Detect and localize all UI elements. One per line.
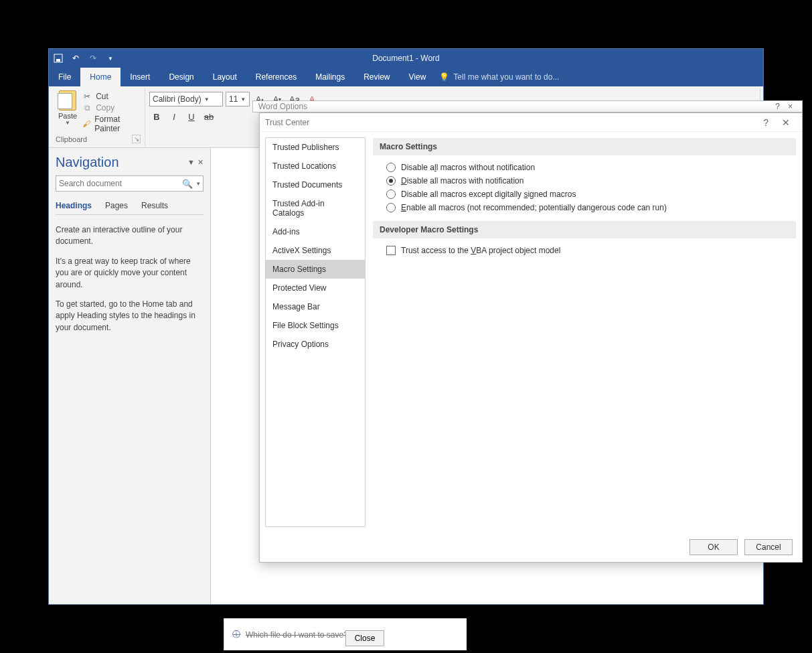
macro-option-label: Disable all macros except digitally sign… (401, 190, 576, 199)
nav-search-box[interactable]: 🔍 ▾ (56, 175, 204, 192)
radio-icon (386, 163, 396, 172)
sidebar-item-trusted-documents[interactable]: Trusted Documents (266, 175, 365, 194)
trust-center-dialog: Trust Center ? ✕ Trusted Publishers Trus… (259, 113, 803, 563)
macro-option-disable-all-without-notification[interactable]: Disable all macros without notification (373, 161, 796, 174)
lightbulb-icon: 💡 (439, 72, 449, 82)
cut-button[interactable]: ✂ Cut (82, 92, 141, 101)
ribbon-tabs: File Home Insert Design Layout Reference… (49, 68, 763, 86)
copy-label: Copy (96, 103, 114, 113)
chevron-down-icon: ▼ (204, 96, 210, 102)
copy-icon: ⧉ (82, 103, 92, 113)
dialog-close-icon[interactable]: ✕ (775, 117, 797, 128)
bold-button[interactable]: B (149, 109, 164, 124)
macro-option-enable-all[interactable]: Enable all macros (not recommended; pote… (373, 201, 796, 214)
strikethrough-button[interactable]: ab (201, 109, 216, 124)
sidebar-item-activex-settings[interactable]: ActiveX Settings (266, 241, 365, 260)
dialog-title: Trust Center (265, 118, 309, 127)
tab-review[interactable]: Review (354, 68, 399, 86)
macro-option-label: Enable all macros (not recommended; pote… (401, 203, 667, 212)
sidebar-item-message-bar[interactable]: Message Bar (266, 297, 365, 316)
macro-option-label: Disable all macros without notification (401, 163, 535, 172)
search-icon[interactable]: 🔍 (179, 179, 195, 189)
ok-button[interactable]: OK (689, 539, 738, 555)
underline-button[interactable]: U (184, 109, 199, 124)
nav-help-p3: To get started, go to the Home tab and a… (56, 299, 204, 334)
sidebar-item-trusted-locations[interactable]: Trusted Locations (266, 157, 365, 175)
tab-mailings[interactable]: Mailings (306, 68, 354, 86)
navigation-title: Navigation (56, 155, 119, 170)
tab-view[interactable]: View (400, 68, 436, 86)
italic-button[interactable]: I (167, 109, 181, 124)
tab-references[interactable]: References (246, 68, 306, 86)
font-size-combo[interactable]: 11 ▼ (226, 92, 250, 106)
clipboard-icon (59, 90, 76, 111)
trust-center-sidebar: Trusted Publishers Trusted Locations Tru… (265, 137, 366, 527)
sidebar-item-file-block-settings[interactable]: File Block Settings (266, 316, 365, 335)
macro-option-label: Disable all macros with notification (401, 176, 523, 186)
font-name-value: Calibri (Body) (153, 94, 201, 104)
sidebar-item-protected-view[interactable]: Protected View (266, 279, 365, 297)
paste-label: Paste (58, 112, 77, 120)
nav-help-p2: It's a great way to keep track of where … (56, 256, 204, 291)
word-options-help-icon[interactable]: ? (771, 102, 784, 111)
close-button[interactable]: Close (345, 630, 384, 646)
nav-close-icon[interactable]: ✕ (197, 158, 204, 167)
chevron-down-icon: ▼ (65, 120, 70, 126)
tab-design[interactable]: Design (159, 68, 203, 86)
svg-rect-1 (56, 59, 60, 62)
sidebar-item-macro-settings[interactable]: Macro Settings (266, 260, 365, 279)
font-size-value: 11 (229, 94, 238, 104)
nav-tabs: Headings Pages Results (56, 201, 204, 215)
redo-icon[interactable]: ↷ (88, 53, 98, 64)
titlebar: ↶ ↷ ▼ Document1 - Word File Home Insert … (49, 49, 763, 86)
clipboard-group: Paste ▼ ✂ Cut ⧉ Copy 🖌 Format Painter (52, 88, 145, 146)
nav-help-text: Create an interactive outline of your do… (56, 224, 204, 334)
qat-customize-icon[interactable]: ▼ (105, 53, 116, 64)
nav-tab-pages[interactable]: Pages (105, 201, 128, 214)
tab-layout[interactable]: Layout (204, 68, 246, 86)
word-options-title: Word Options (258, 102, 771, 111)
trust-access-vba-checkbox[interactable]: Trust access to the VBA project object m… (373, 244, 796, 257)
copy-button[interactable]: ⧉ Copy (82, 103, 141, 113)
checkbox-icon (386, 246, 396, 255)
tab-home[interactable]: Home (80, 68, 120, 86)
sidebar-item-privacy-options[interactable]: Privacy Options (266, 335, 365, 354)
nav-dropdown-icon[interactable]: ▼ (187, 158, 195, 167)
remnant-text: Which file do I want to save? (246, 630, 348, 640)
clipboard-group-label: Clipboard (56, 135, 87, 143)
trust-access-vba-label: Trust access to the VBA project object m… (401, 246, 560, 255)
word-options-close-icon[interactable]: × (784, 102, 797, 111)
nav-tab-results[interactable]: Results (141, 201, 168, 214)
dialog-help-icon[interactable]: ? (756, 117, 775, 128)
tell-me-placeholder: Tell me what you want to do... (453, 72, 559, 82)
brush-icon: 🖌 (82, 119, 90, 129)
radio-icon (386, 190, 396, 199)
tab-insert[interactable]: Insert (120, 68, 159, 86)
paste-button[interactable]: Paste ▼ (56, 89, 80, 133)
macro-option-disable-except-signed[interactable]: Disable all macros except digitally sign… (373, 188, 796, 201)
nav-help-p1: Create an interactive outline of your do… (56, 224, 204, 248)
nav-tab-headings[interactable]: Headings (56, 201, 92, 214)
macro-option-disable-all-with-notification[interactable]: Disable all macros with notification (373, 174, 796, 188)
undo-icon[interactable]: ↶ (70, 53, 81, 64)
save-icon[interactable] (53, 53, 64, 64)
cancel-button[interactable]: Cancel (744, 539, 793, 555)
sidebar-item-trusted-publishers[interactable]: Trusted Publishers (266, 138, 365, 157)
format-painter-button[interactable]: 🖌 Format Painter (82, 115, 141, 133)
dialog-titlebar: Trust Center ? ✕ (260, 113, 802, 132)
radio-icon (386, 176, 396, 186)
tell-me-search[interactable]: 💡 Tell me what you want to do... (435, 68, 559, 86)
chevron-down-icon[interactable]: ▾ (195, 180, 200, 187)
cut-label: Cut (96, 92, 108, 101)
font-name-combo[interactable]: Calibri (Body) ▼ (149, 92, 223, 106)
dialog-footer: OK Cancel (260, 532, 802, 562)
search-input[interactable] (59, 179, 179, 188)
sidebar-item-addins[interactable]: Add-ins (266, 222, 365, 241)
macro-settings-header: Macro Settings (373, 138, 796, 155)
navigation-pane: Navigation ▼ ✕ 🔍 ▾ Headings Pages Result… (49, 148, 211, 604)
tab-file[interactable]: File (49, 68, 80, 86)
clipboard-launcher[interactable]: ↘ (132, 135, 141, 143)
sidebar-item-trusted-addin-catalogs[interactable]: Trusted Add-in Catalogs (266, 194, 365, 222)
scissors-icon: ✂ (82, 92, 92, 101)
chevron-down-icon: ▼ (240, 96, 246, 102)
